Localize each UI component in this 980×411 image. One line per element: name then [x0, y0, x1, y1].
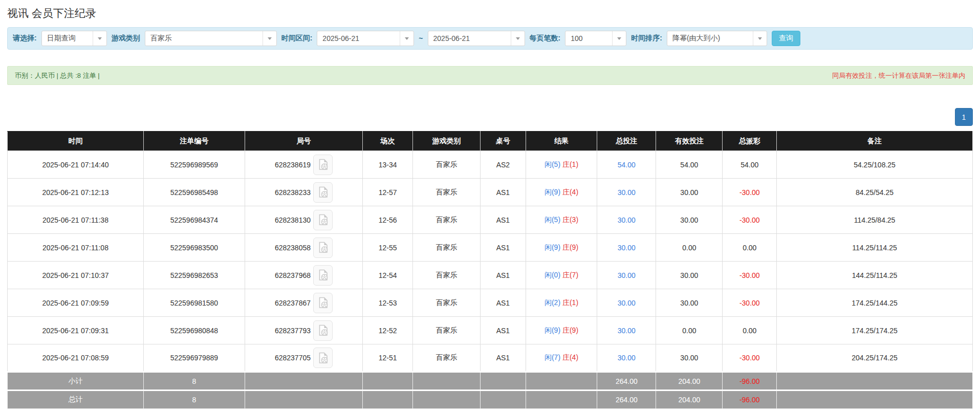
chevron-down-icon	[400, 31, 413, 46]
total-bet-link[interactable]: 30.00	[618, 299, 636, 307]
cell-time: 2025-06-21 07:09:59	[8, 289, 144, 317]
video-replay-button[interactable]	[313, 210, 333, 230]
col-valid-bet: 有效投注	[656, 132, 723, 151]
cell-table-no: AS1	[481, 289, 526, 317]
date-to-select[interactable]: 2025-06-21	[428, 31, 525, 46]
table-row: 2025-06-21 07:09:31 522596980848 6282377…	[8, 317, 973, 344]
total-bet-link[interactable]: 30.00	[618, 271, 636, 279]
cell-bet-id: 522596980848	[143, 317, 245, 344]
cell-result: 闲(5) 庄(1)	[526, 151, 597, 179]
cell-remark: 114.25/84.25	[777, 206, 973, 234]
cell-game-category: 百家乐	[413, 151, 481, 179]
total-bet-link[interactable]: 30.00	[618, 216, 636, 224]
video-replay-button[interactable]	[313, 320, 333, 341]
cell-round-id: 628237968	[245, 262, 362, 289]
video-replay-button[interactable]	[313, 237, 333, 258]
time-sort-select[interactable]: 降幂(由大到小)	[667, 31, 767, 46]
empty-cell	[777, 372, 973, 391]
cell-payout: -30.00	[723, 206, 777, 234]
total-count: 8	[143, 391, 245, 409]
video-replay-button[interactable]	[313, 293, 333, 313]
cell-round-id: 628237793	[245, 317, 362, 344]
result-banker: 庄(9)	[562, 326, 578, 334]
cell-result: 闲(0) 庄(7)	[526, 262, 597, 289]
cell-game-category: 百家乐	[413, 317, 481, 344]
game-category-select[interactable]: 百家乐	[145, 31, 277, 46]
currency-total-text: 币别：人民币 | 总共 :8 注单 |	[15, 71, 100, 80]
video-replay-file-icon	[318, 325, 329, 336]
video-replay-button[interactable]	[313, 265, 333, 286]
cell-table-no: AS1	[481, 234, 526, 262]
betting-records-table: 时间 注单编号 局号 场次 游戏类别 桌号 结果 总投注 有效投注 总派彩 备注…	[7, 131, 973, 409]
cell-valid-bet: 30.00	[656, 262, 723, 289]
cell-round-id: 628238058	[245, 234, 362, 262]
round-id-value: 628237705	[275, 354, 311, 362]
date-from-select[interactable]: 2025-06-21	[317, 31, 414, 46]
cell-result: 闲(9) 庄(9)	[526, 234, 597, 262]
total-bet-link[interactable]: 30.00	[618, 188, 636, 197]
cell-remark: 174.25/144.25	[777, 289, 973, 317]
cell-total-bet: 30.00	[597, 262, 656, 289]
video-replay-file-icon	[318, 214, 329, 226]
cell-game-category: 百家乐	[413, 289, 481, 317]
result-player: 闲(9)	[545, 243, 560, 251]
result-player: 闲(0)	[545, 271, 560, 279]
cell-remark: 114.25/114.25	[777, 234, 973, 262]
time-sort-label: 时间排序:	[631, 34, 662, 43]
cell-time: 2025-06-21 07:11:38	[8, 206, 144, 234]
result-banker: 庄(3)	[562, 215, 578, 224]
video-replay-button[interactable]	[313, 348, 333, 368]
video-replay-button[interactable]	[313, 182, 333, 203]
total-bet-link[interactable]: 30.00	[618, 244, 636, 252]
cell-total-bet: 30.00	[597, 289, 656, 317]
page-1-button[interactable]: 1	[955, 108, 973, 126]
cell-payout: 0.00	[723, 317, 777, 344]
time-range-label: 时间区间:	[281, 34, 313, 43]
cell-payout: -30.00	[723, 179, 777, 206]
empty-cell	[526, 391, 597, 409]
table-row: 2025-06-21 07:11:38 522596984374 6282381…	[8, 206, 973, 234]
time-sort-value: 降幂(由大到小)	[667, 31, 753, 46]
cell-table-no: AS1	[481, 206, 526, 234]
table-row: 2025-06-21 07:12:13 522596985498 6282382…	[8, 179, 973, 206]
total-bet-link[interactable]: 54.00	[618, 161, 636, 169]
col-result: 结果	[526, 132, 597, 151]
empty-cell	[363, 372, 413, 391]
cell-game-category: 百家乐	[413, 234, 481, 262]
cell-session: 12-55	[363, 234, 413, 262]
page-size-select[interactable]: 100	[565, 31, 626, 46]
date-to-value: 2025-06-21	[428, 31, 511, 46]
total-total-bet: 264.00	[597, 391, 656, 409]
video-replay-button[interactable]	[313, 155, 333, 175]
round-id-value: 628237793	[275, 327, 311, 335]
cell-valid-bet: 30.00	[656, 344, 723, 372]
search-button[interactable]: 查询	[772, 31, 800, 46]
cell-total-bet: 30.00	[597, 317, 656, 344]
round-id-value: 628238233	[275, 188, 311, 197]
col-game-category: 游戏类别	[413, 132, 481, 151]
result-banker: 庄(4)	[562, 353, 578, 361]
total-bet-link[interactable]: 30.00	[618, 354, 636, 362]
cell-session: 12-53	[363, 289, 413, 317]
empty-cell	[245, 372, 362, 391]
pagination: 1	[7, 108, 973, 126]
query-type-select[interactable]: 日期查询	[41, 31, 107, 46]
cell-remark: 54.25/108.25	[777, 151, 973, 179]
cell-total-bet: 30.00	[597, 234, 656, 262]
subtotal-label: 小计	[8, 372, 144, 391]
subtotal-count: 8	[143, 372, 245, 391]
cell-remark: 144.25/114.25	[777, 262, 973, 289]
cell-table-no: AS2	[481, 151, 526, 179]
col-time: 时间	[8, 132, 144, 151]
cell-time: 2025-06-21 07:08:59	[8, 344, 144, 372]
cell-time: 2025-06-21 07:10:37	[8, 262, 144, 289]
cell-valid-bet: 30.00	[656, 289, 723, 317]
col-payout: 总派彩	[723, 132, 777, 151]
cell-round-id: 628238233	[245, 179, 362, 206]
video-replay-file-icon	[318, 269, 329, 281]
result-player: 闲(7)	[545, 353, 560, 361]
result-player: 闲(2)	[545, 298, 560, 307]
total-bet-link[interactable]: 30.00	[618, 327, 636, 335]
cell-session: 12-56	[363, 206, 413, 234]
total-valid-bet: 204.00	[656, 391, 723, 409]
